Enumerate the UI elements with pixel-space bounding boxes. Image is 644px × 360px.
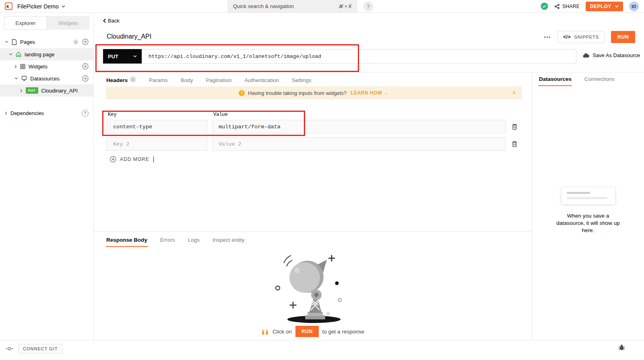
page-file-icon <box>12 39 17 45</box>
delete-header-row-icon[interactable] <box>512 141 518 147</box>
top-app-bar: a_ FilePicker Demo Quick search & naviga… <box>0 0 644 13</box>
pages-label: Pages <box>20 39 35 45</box>
more-actions-icon[interactable]: ••• <box>544 35 551 39</box>
tab-pagination[interactable]: Pagination <box>206 74 232 87</box>
sidebar-item-datasources[interactable]: Datasources <box>0 72 93 84</box>
header-value-input[interactable]: multipart/form-data <box>212 120 506 134</box>
quick-search-input[interactable]: Quick search & navigation ⌘ + K <box>227 0 357 12</box>
dependencies-label: Dependencies <box>10 110 44 116</box>
chevron-down-icon <box>615 5 619 8</box>
response-tabs: Response Body Errors Logs Inspect entity <box>106 233 532 247</box>
tab-errors[interactable]: Errors <box>160 233 175 247</box>
chevron-right-icon[interactable] <box>20 89 23 93</box>
run-button[interactable]: RUN <box>611 31 635 43</box>
value-column-label: Value <box>213 112 228 117</box>
header-key-input[interactable]: Key 2 <box>107 137 207 151</box>
tab-inspect-entity[interactable]: Inspect entity <box>212 233 245 247</box>
datasource-skeleton-card <box>561 187 615 204</box>
header-value-input[interactable]: Value 2 <box>212 137 506 151</box>
git-commit-icon <box>6 347 13 351</box>
snippets-button[interactable]: </> SNIPPETS <box>557 31 605 43</box>
side-panel-tabs: Datasources Connections <box>539 72 615 86</box>
search-placeholder: Quick search & navigation <box>233 3 294 9</box>
tab-params[interactable]: Params <box>149 74 168 87</box>
appsmith-logo-icon[interactable]: a_ <box>5 2 12 10</box>
share-icon <box>554 4 560 9</box>
tab-headers[interactable]: Headers1 <box>106 72 136 87</box>
tab-authentication[interactable]: Authentication <box>244 74 279 87</box>
datasource-icon <box>21 76 27 81</box>
help-button[interactable]: ? <box>363 2 373 11</box>
method-badge: PUT <box>26 87 38 94</box>
tab-settings[interactable]: Settings <box>291 74 312 87</box>
tab-explorer[interactable]: Explorer <box>4 16 47 30</box>
save-as-datasource-button[interactable]: Save As Datasource <box>583 52 640 58</box>
chevron-down-icon[interactable] <box>9 53 12 56</box>
pages-section-header[interactable]: Pages <box>0 35 93 48</box>
user-avatar[interactable]: IO <box>629 2 639 11</box>
snippets-label: SNIPPETS <box>574 35 599 39</box>
sidebar-item-cloudinary-api[interactable]: PUT Cloudinary_API <box>0 84 93 97</box>
chevron-right-icon[interactable] <box>14 65 17 68</box>
api-name-label: Cloudinary_API <box>41 88 78 94</box>
warning-icon: ! <box>239 90 245 96</box>
cta-suffix: to get a response <box>322 329 364 335</box>
skeleton-line <box>567 197 607 199</box>
add-widget-icon[interactable] <box>82 63 89 70</box>
chevron-down-icon[interactable] <box>14 77 18 80</box>
pages-settings-gear-icon[interactable] <box>73 39 79 45</box>
key-column-label: Key <box>108 112 117 117</box>
tab-logs[interactable]: Logs <box>188 233 200 247</box>
tab-datasources[interactable]: Datasources <box>539 72 572 86</box>
http-method-dropdown[interactable]: PUT <box>103 49 142 64</box>
headers-count-badge: 1 <box>130 76 136 82</box>
app-name-menu[interactable]: FilePicker Demo <box>17 3 65 10</box>
tab-widgets-panel[interactable]: Widgets <box>47 16 89 30</box>
search-shortcut: ⌘ + K <box>338 4 352 9</box>
url-input[interactable]: https://api.cloudinary.com/v1_1/olanetso… <box>142 49 576 64</box>
datasources-label: Datasources <box>30 76 60 82</box>
widgets-help-banner: ! Having trouble taking inputs from widg… <box>106 86 522 99</box>
add-more-button[interactable]: ADD MORE <box>110 156 154 163</box>
code-icon: </> <box>563 34 571 40</box>
banner-text: Having trouble taking inputs from widget… <box>248 90 347 96</box>
sidebar-item-dependencies[interactable]: Dependencies ? <box>0 106 93 120</box>
sidebar-tabstrip: Explorer Widgets <box>4 16 89 30</box>
header-key-input[interactable]: content-type <box>107 120 207 134</box>
tab-body[interactable]: Body <box>180 74 194 87</box>
debug-bug-icon[interactable] <box>618 344 625 351</box>
sidebar-item-widgets[interactable]: Widgets <box>0 60 93 72</box>
response-panel: Response Body Errors Logs Inspect entity <box>94 231 532 340</box>
sidebar-item-landing-page[interactable]: landing page <box>0 48 93 60</box>
skeleton-line <box>567 192 590 194</box>
learn-how-link[interactable]: LEARN HOW → <box>351 90 389 96</box>
method-value: PUT <box>108 53 118 60</box>
widgets-label: Widgets <box>29 64 47 70</box>
explorer-sidebar: Explorer Widgets Pages landing page <box>0 13 94 340</box>
request-tabs: Headers1 Params Body Pagination Authenti… <box>106 72 312 87</box>
api-title[interactable]: Cloudinary_API <box>107 33 151 40</box>
plus-circle-icon <box>110 156 116 163</box>
cta-prefix: Click on <box>272 329 292 335</box>
delete-header-row-icon[interactable] <box>512 123 518 130</box>
save-as-datasource-label: Save As Datasource <box>592 52 640 58</box>
connect-git-button[interactable]: CONNECT GIT <box>19 344 62 354</box>
add-page-icon[interactable] <box>82 39 89 45</box>
add-datasource-icon[interactable] <box>82 75 89 82</box>
deploy-label: DEPLOY <box>590 4 611 9</box>
run-button-cta[interactable]: RUN <box>295 326 319 337</box>
tab-connections[interactable]: Connections <box>584 72 615 86</box>
api-editor-header: Back Cloudinary_API ••• </> SNIPPETS RUN… <box>94 13 644 72</box>
add-more-label: ADD MORE <box>120 156 149 162</box>
back-button[interactable]: Back <box>103 18 120 24</box>
cloud-icon <box>583 53 589 58</box>
banner-close-icon[interactable]: ✕ <box>512 90 516 96</box>
status-bar: CONNECT GIT <box>0 340 644 360</box>
raising-hands-icon <box>261 329 269 335</box>
deploy-button[interactable]: DEPLOY <box>586 2 623 11</box>
chevron-down-icon <box>133 55 137 58</box>
tab-response-body[interactable]: Response Body <box>106 233 148 247</box>
chevron-right-icon[interactable] <box>5 111 7 115</box>
share-button[interactable]: SHARE <box>554 4 580 9</box>
dependencies-help-icon[interactable]: ? <box>82 110 89 117</box>
